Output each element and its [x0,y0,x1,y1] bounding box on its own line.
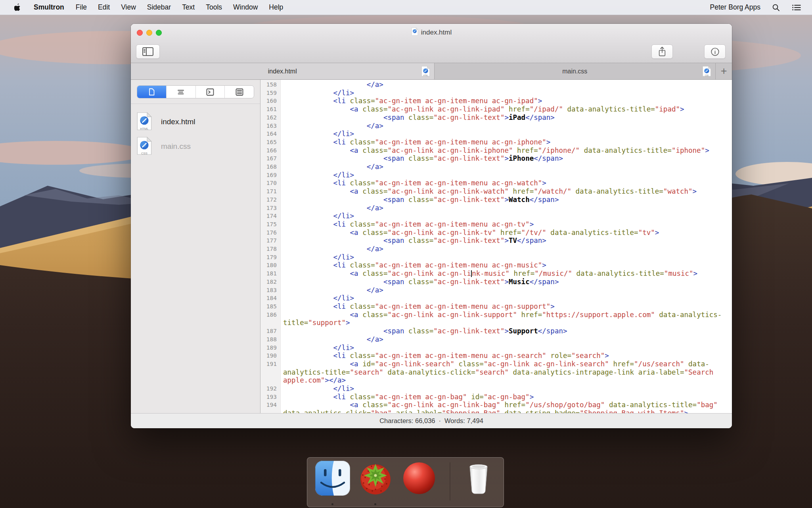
code-segment [283,130,333,138]
code-line: 194 <a class="ac-gn-link ac-gn-link-bag"… [260,401,732,413]
line-number: 172 [260,196,280,204]
code-segment [404,154,409,162]
title-bar[interactable]: index.html [131,24,732,41]
list-icon[interactable] [791,3,802,12]
code-segment: "ac-gn-link ac-gn-li [387,269,471,277]
code-segment: "/us/shop/goto/bag" [525,401,605,409]
code-segment [283,212,333,220]
code-segment [346,97,350,105]
code-line: 167 <span class="ac-gn-link-text">iPhone… [260,154,732,163]
code-segment: > [693,187,697,195]
code-segment: data-analytics-title= [550,229,638,237]
search-icon[interactable] [772,3,780,12]
sidebar-mode-text-lines-icon[interactable] [167,86,196,98]
code-segment: > [530,393,534,401]
apple-menu-icon[interactable] [8,3,28,12]
code-segment [404,327,409,335]
new-tab-button[interactable]: + [715,63,732,79]
code-segment: </span> [538,327,567,335]
code-segment [283,138,333,146]
code-editor[interactable]: 158 </a>159 </li>160 <li class="ac-gn-it… [260,80,732,413]
finder-dock-icon[interactable] [315,461,350,496]
line-number: 178 [260,245,280,253]
code-line: 175 <li class="ac-gn-item ac-gn-item-men… [260,220,732,229]
code-text: </li> [283,130,723,138]
code-segment: <a [350,105,358,113]
document-proxy-icon[interactable] [411,27,418,38]
code-segment: "ac-gn-link-search" [375,360,454,368]
menu-item-tools[interactable]: Tools [200,0,228,15]
window-chrome: index.html [131,24,732,63]
code-segment [404,114,409,121]
line-number: 176 [260,229,280,237]
code-segment: "ac-gn-link ac-gn-link-search" [484,360,609,368]
menu-item-file[interactable]: File [70,0,92,15]
menu-extra-label[interactable]: Peter Borg Apps [710,3,760,12]
trash-dock-icon[interactable] [461,461,496,496]
menu-item-sidebar[interactable]: Sidebar [142,0,176,15]
file-item-index-html[interactable]: HTMLindex.html [131,110,260,134]
code-segment: data-analytics-click= [387,368,475,376]
sidebar-mode-commands-icon[interactable] [196,86,225,98]
zoom-button[interactable] [156,30,162,36]
minimize-button[interactable] [146,30,152,36]
code-segment: <a [350,146,358,154]
red-ball-dock-icon[interactable] [402,461,437,496]
code-segment: href= [513,187,534,195]
code-line: 181 <a class="ac-gn-link ac-gn-link-musi… [260,269,732,278]
menu-item-view[interactable]: View [115,0,142,15]
code-segment: </li> [333,171,354,179]
code-segment [283,269,350,277]
code-line: 169 </li> [260,171,732,179]
code-segment: "/tv/" [521,229,546,237]
code-segment: <li [333,302,346,310]
share-button[interactable] [651,44,673,59]
menu-item-edit[interactable]: Edit [92,0,115,15]
code-segment: <a [350,187,358,195]
code-segment: class= [362,146,387,154]
info-button[interactable] [704,44,726,59]
code-segment: "/iphone/" [538,146,580,154]
window-content: HTMLindex.htmlCSSmain.css 158 </a>159 </… [131,80,732,413]
status-separator: · [439,417,441,425]
code-segment [283,401,350,409]
code-segment: class= [408,237,433,244]
menu-item-window[interactable]: Window [228,0,263,15]
code-line: 185 <li class="ac-gn-item ac-gn-item-men… [260,302,732,311]
code-segment: "ac-gn-link ac-gn-link-tv" [387,229,496,237]
sidebar-mode-notes-icon[interactable] [225,86,254,98]
code-text: </li> [283,212,723,220]
sidebar-mode-documents-icon[interactable] [137,86,167,98]
code-text: </a> [283,245,723,253]
code-segment: data-analytics-click= [283,409,371,413]
menu-item-smultron[interactable]: Smultron [28,0,70,15]
code-segment [283,179,333,187]
code-segment: </li> [333,212,354,220]
strawberry-smultron-dock-icon[interactable] [358,461,393,496]
code-segment [517,311,521,319]
code-segment: data-string-badge= [504,409,580,413]
tab-main-css[interactable]: main.cssCSS [434,63,716,79]
menu-item-text[interactable]: Text [176,0,200,15]
code-segment: href= [509,105,530,113]
sidebar-mode-switcher [137,85,254,98]
code-text: <a class="ac-gn-link ac-gn-link-iphone" … [283,146,723,155]
code-segment: > [542,179,546,187]
code-text: </li> [283,89,723,97]
code-segment: "bag" [697,401,718,409]
code-segment: > [504,114,509,121]
code-segment [358,401,363,409]
code-line: 191 <a id="ac-gn-link-search" class="ac-… [260,360,732,385]
toggle-sidebar-button[interactable] [136,44,160,59]
file-name: index.html [161,117,195,126]
close-button[interactable] [137,30,143,36]
code-text: <a class="ac-gn-link ac-gn-link-support"… [283,311,723,327]
file-item-main-css[interactable]: CSSmain.css [131,134,260,159]
code-segment: href= [521,311,542,319]
tab-index-html[interactable]: index.htmlHTML [131,63,434,79]
line-number: 192 [260,385,280,393]
code-segment: > [605,352,609,360]
menu-item-help[interactable]: Help [263,0,289,15]
code-segment: class= [362,229,387,237]
code-segment [358,269,363,277]
